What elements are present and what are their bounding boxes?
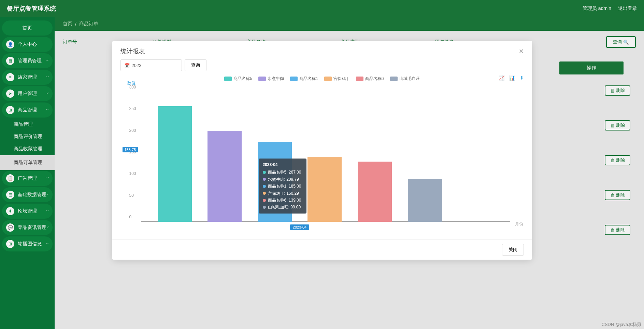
chart-area: 📈 📊 ⬇ 商品名称5水煮牛肉商品名称1宫保鸡丁商品名称6山城毛血旺 数值 月份… [120,74,524,238]
y-axis-hint: 153.75 [123,147,138,152]
chart-bar[interactable] [158,106,192,222]
x-axis-label: 月份 [515,221,523,227]
x-tick-label: 2023-04 [290,224,309,230]
y-tick: 100 [129,171,136,176]
legend-item[interactable]: 宫保鸡丁 [324,76,350,82]
chart-tooltip: 2023-04商品名称5: 267.00水煮牛肉: 209.79商品名称1: 1… [259,159,306,214]
chart-bar[interactable] [307,157,342,222]
y-tick: 0 [129,215,132,219]
chart-bar[interactable] [207,131,242,222]
legend-item[interactable]: 商品名称1 [290,76,318,82]
legend-item[interactable]: 商品名称6 [356,76,384,82]
download-icon[interactable]: ⬇ [520,75,524,81]
watermark: CSDN @java李杨勇 [602,321,642,328]
modal-title: 统计报表 [120,47,145,55]
legend-item[interactable]: 山城毛血旺 [390,76,420,82]
legend-item[interactable]: 水煮牛肉 [258,76,284,82]
y-tick: 50 [129,193,134,198]
legend-item[interactable]: 商品名称5 [224,76,252,82]
calendar-icon: 📅 [124,63,130,68]
stats-modal: 统计报表 ✕ 📅 2023 查询 📈 📊 ⬇ 商品名称5水煮牛肉商品名称1宫保鸡… [112,41,532,260]
y-tick: 300 [129,85,136,90]
chart-bar[interactable] [358,162,392,222]
year-input[interactable]: 📅 2023 [120,59,182,71]
line-chart-icon[interactable]: 📈 [499,75,504,81]
chart-bar[interactable] [408,179,442,222]
chart-toolbox: 📈 📊 ⬇ [499,75,524,81]
y-tick: 250 [129,106,136,111]
chart-plot: 数值 月份 050100150200250300153.752023-04202… [141,85,510,229]
y-tick: 200 [129,128,136,133]
bar-chart-icon[interactable]: 📊 [509,75,515,81]
chart-legend: 商品名称5水煮牛肉商品名称1宫保鸡丁商品名称6山城毛血旺 [120,74,524,85]
modal-overlay: 统计报表 ✕ 📅 2023 查询 📈 📊 ⬇ 商品名称5水煮牛肉商品名称1宫保鸡… [0,0,644,329]
modal-close-button[interactable]: 关闭 [502,244,524,256]
modal-query-button[interactable]: 查询 [185,59,206,71]
close-icon[interactable]: ✕ [519,47,524,55]
